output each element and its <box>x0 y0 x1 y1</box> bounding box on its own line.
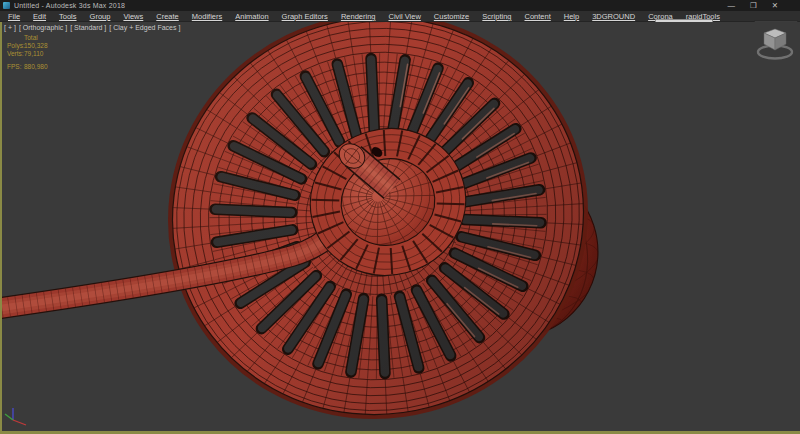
stats-header-value: Total <box>24 34 38 42</box>
menu-item-modifiers[interactable]: Modifiers <box>192 12 222 21</box>
viewport-statistics: TotalPolys:150,328Verts:79,110FPS:880,98… <box>7 34 48 71</box>
stats-fps-label: FPS: <box>7 63 24 71</box>
menu-item-create[interactable]: Create <box>156 12 179 21</box>
menu-bar: FileEditToolsGroupViewsCreateModifiersAn… <box>0 11 800 22</box>
stats-row-0: Polys:150,328 <box>7 42 48 50</box>
menu-item-graph-editors[interactable]: Graph Editors <box>282 12 328 21</box>
menu-item-views[interactable]: Views <box>123 12 143 21</box>
minimize-button[interactable]: — <box>727 0 735 11</box>
app-icon-3dsmax <box>3 2 10 9</box>
stats-header-label <box>7 34 24 42</box>
menu-item-group[interactable]: Group <box>90 12 111 21</box>
menu-item-customize[interactable]: Customize <box>434 12 469 21</box>
window-controls: — ❐ ✕ <box>727 0 778 11</box>
menu-item-rendering[interactable]: Rendering <box>341 12 376 21</box>
restore-button[interactable]: ❐ <box>750 0 757 11</box>
menu-item-help[interactable]: Help <box>564 12 579 21</box>
menu-item-content[interactable]: Content <box>524 12 550 21</box>
menu-item-edit[interactable]: Edit <box>33 12 46 21</box>
viewport-label-segment-2[interactable]: [ Standard ] <box>70 24 106 31</box>
stats-row-1-label: Verts: <box>7 50 24 58</box>
menu-items: FileEditToolsGroupViewsCreateModifiersAn… <box>8 11 720 22</box>
viewport-label: [ + ][ Orthographic ][ Standard ][ Clay … <box>4 24 183 31</box>
close-button[interactable]: ✕ <box>772 0 778 11</box>
viewport-label-segment-1[interactable]: [ Orthographic ] <box>19 24 67 31</box>
menu-item-file[interactable]: File <box>8 12 20 21</box>
stats-fps-value: 880,980 <box>24 63 48 71</box>
stats-row-0-value: 150,328 <box>24 42 48 50</box>
stats-row-1-value: 79,110 <box>24 50 43 58</box>
viewport-label-segment-3[interactable]: [ Clay + Edged Faces ] <box>109 24 180 31</box>
viewport[interactable]: [ + ][ Orthographic ][ Standard ][ Clay … <box>0 22 800 434</box>
menu-item-3dground[interactable]: 3DGROUND <box>592 12 635 21</box>
menu-item-animation[interactable]: Animation <box>235 12 268 21</box>
menu-item-tools[interactable]: Tools <box>59 12 77 21</box>
stats-fps: FPS:880,980 <box>7 63 48 71</box>
window-title: Untitled - Autodesk 3ds Max 2018 <box>14 2 125 9</box>
stats-header: Total <box>7 34 48 42</box>
stats-row-1: Verts:79,110 <box>7 50 48 58</box>
viewport-3d-scene[interactable] <box>0 22 800 434</box>
menu-item-civil-view[interactable]: Civil View <box>388 12 420 21</box>
active-viewport-border-left <box>0 22 2 434</box>
menu-item-scripting[interactable]: Scripting <box>482 12 511 21</box>
title-bar: Untitled - Autodesk 3ds Max 2018 — ❐ ✕ <box>0 0 800 11</box>
viewport-label-segment-0[interactable]: [ + ] <box>4 24 16 31</box>
stats-row-0-label: Polys: <box>7 42 24 50</box>
app-window: Untitled - Autodesk 3ds Max 2018 — ❐ ✕ F… <box>0 0 800 434</box>
